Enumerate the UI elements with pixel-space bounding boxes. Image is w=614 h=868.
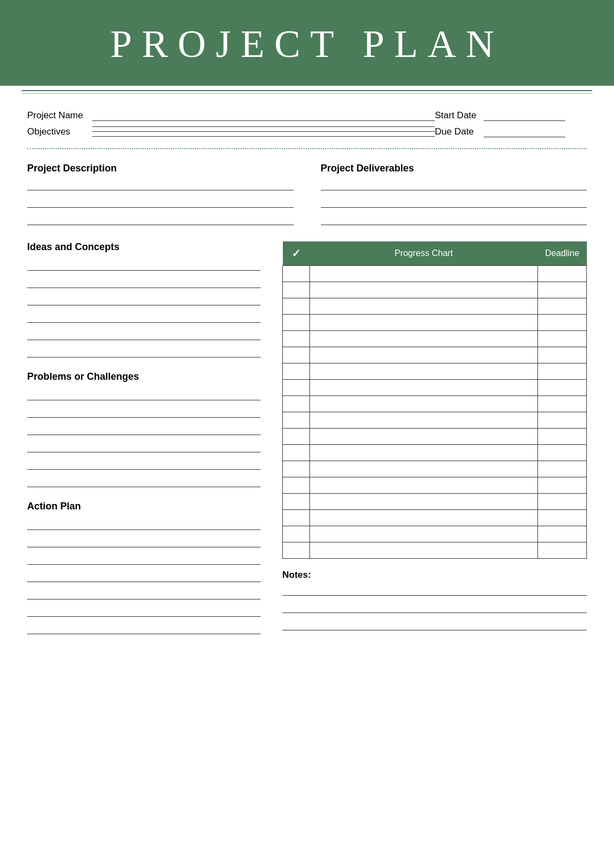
check-cell[interactable] [283,314,310,330]
check-cell[interactable] [283,477,310,493]
objectives-line-3[interactable] [92,136,435,137]
task-cell[interactable] [310,363,538,379]
task-cell[interactable] [310,379,538,395]
table-row [283,509,587,526]
deadline-cell[interactable] [538,412,587,428]
action-line-3[interactable] [27,555,261,565]
task-cell[interactable] [310,542,538,558]
action-line-1[interactable] [27,520,261,530]
deadline-cell[interactable] [538,444,587,461]
deadline-cell[interactable] [538,493,587,509]
task-cell[interactable] [310,509,538,526]
project-name-row: Project Name [27,110,435,121]
task-cell[interactable] [310,461,538,477]
deadline-cell[interactable] [538,395,587,412]
objectives-line-1[interactable] [92,126,435,127]
check-cell[interactable] [283,444,310,461]
deadline-cell[interactable] [538,363,587,379]
action-line-2[interactable] [27,538,261,547]
desc-line-2[interactable] [27,198,294,208]
deadline-cell[interactable] [538,298,587,314]
task-cell[interactable] [310,526,538,542]
deadline-cell[interactable] [538,542,587,558]
due-date-line[interactable] [484,126,565,137]
check-cell[interactable] [283,298,310,314]
check-cell[interactable] [283,542,310,558]
deliv-line-1[interactable] [321,181,587,190]
deliv-line-2[interactable] [321,198,587,208]
prob-line-6[interactable] [27,477,261,487]
objectives-line-2[interactable] [92,131,435,132]
prob-line-2[interactable] [27,408,261,418]
task-cell[interactable] [310,298,538,314]
deadline-cell[interactable] [538,509,587,526]
check-cell[interactable] [283,395,310,412]
start-date-line[interactable] [484,110,565,121]
action-line-6[interactable] [27,607,261,617]
ideas-line-6[interactable] [27,348,261,358]
ideas-line-4[interactable] [27,313,261,323]
table-row [283,379,587,395]
task-cell[interactable] [310,395,538,412]
prob-line-5[interactable] [27,460,261,470]
task-cell[interactable] [310,265,538,282]
notes-line-2[interactable] [282,603,587,613]
ideas-line-2[interactable] [27,278,261,288]
main-two-col: Ideas and Concepts Problems or Challenge… [27,241,587,648]
deadline-cell[interactable] [538,282,587,298]
table-row [283,363,587,379]
check-cell[interactable] [283,330,310,347]
desc-line-1[interactable] [27,181,294,190]
task-cell[interactable] [310,282,538,298]
task-cell[interactable] [310,444,538,461]
desc-line-3[interactable] [27,215,294,225]
task-cell[interactable] [310,477,538,493]
top-fields: Project Name Objectives Start Date [27,110,587,137]
task-cell[interactable] [310,493,538,509]
ideas-line-1[interactable] [27,261,261,271]
task-cell[interactable] [310,412,538,428]
prob-line-4[interactable] [27,443,261,452]
problems-lines [27,391,261,487]
action-line-4[interactable] [27,572,261,582]
ideas-line-3[interactable] [27,296,261,305]
task-cell[interactable] [310,428,538,444]
task-cell[interactable] [310,330,538,347]
action-line-7[interactable] [27,624,261,634]
deadline-cell[interactable] [538,347,587,363]
check-cell[interactable] [283,412,310,428]
deadline-cell[interactable] [538,330,587,347]
project-name-line[interactable] [92,110,435,121]
deadline-cell[interactable] [538,314,587,330]
problems-title: Problems or Challenges [27,371,261,382]
check-cell[interactable] [283,347,310,363]
check-cell[interactable] [283,428,310,444]
deliv-line-3[interactable] [321,215,587,225]
deadline-cell[interactable] [538,265,587,282]
check-cell[interactable] [283,509,310,526]
action-line-5[interactable] [27,590,261,599]
desc-deliverables-section: Project Description Project Deliverables [27,163,587,225]
deadline-cell[interactable] [538,379,587,395]
deadline-header: Deadline [538,241,587,266]
task-cell[interactable] [310,314,538,330]
prob-line-1[interactable] [27,391,261,400]
notes-line-1[interactable] [282,586,587,596]
table-row [283,395,587,412]
check-cell[interactable] [283,461,310,477]
prob-line-3[interactable] [27,425,261,435]
deadline-cell[interactable] [538,461,587,477]
check-cell[interactable] [283,526,310,542]
check-cell[interactable] [283,265,310,282]
notes-line-3[interactable] [282,621,587,630]
ideas-line-5[interactable] [27,330,261,340]
check-cell[interactable] [283,379,310,395]
table-row [283,412,587,428]
deadline-cell[interactable] [538,428,587,444]
deadline-cell[interactable] [538,526,587,542]
check-cell[interactable] [283,363,310,379]
task-cell[interactable] [310,347,538,363]
check-cell[interactable] [283,282,310,298]
deadline-cell[interactable] [538,477,587,493]
check-cell[interactable] [283,493,310,509]
